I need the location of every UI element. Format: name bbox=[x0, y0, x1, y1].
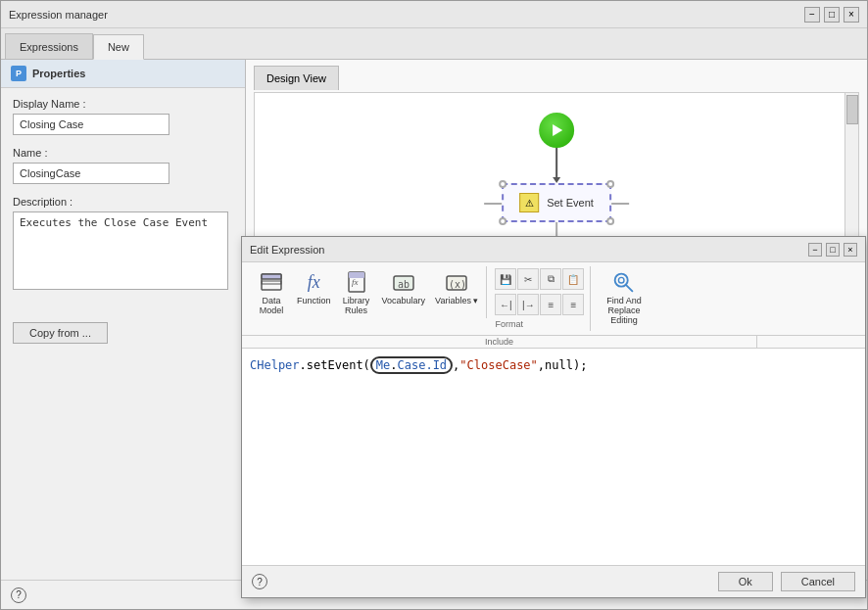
cut-btn[interactable]: ✂ bbox=[517, 268, 539, 290]
svg-text:fx: fx bbox=[352, 277, 359, 287]
code-editor[interactable]: CHelper.setEvent(Me.Case.Id,"CloseCase",… bbox=[242, 349, 865, 565]
toolbar-section-row: Include bbox=[242, 336, 865, 349]
variables-tool[interactable]: (x) Variables ▾ bbox=[431, 266, 482, 308]
indent-left-btn[interactable]: ←| bbox=[495, 294, 516, 315]
dialog-footer: ? Ok Cancel bbox=[242, 565, 865, 597]
svg-text:ab: ab bbox=[398, 279, 410, 290]
svg-rect-2 bbox=[262, 274, 281, 279]
format-toolbar-row2: ←| |→ ≡ ≡ bbox=[495, 294, 584, 315]
library-rules-label: LibraryRules bbox=[343, 297, 370, 316]
dialog-title: Edit Expression bbox=[250, 244, 324, 256]
toolbar: DataModel fx Function fx bbox=[242, 262, 865, 336]
find-replace-icon bbox=[610, 268, 638, 296]
include-group: DataModel fx Function fx bbox=[248, 266, 487, 318]
vocabulary-tool[interactable]: ab Vocabulary bbox=[378, 266, 430, 308]
paste-btn[interactable]: 📋 bbox=[562, 268, 584, 290]
data-model-tool[interactable]: DataModel bbox=[252, 266, 291, 318]
find-replace-tool[interactable]: Find AndReplaceEditing bbox=[597, 266, 651, 328]
format-label: Format bbox=[495, 319, 523, 329]
vocabulary-label: Vocabulary bbox=[382, 297, 426, 306]
format-section-label bbox=[757, 336, 865, 348]
function-label: Function bbox=[297, 297, 331, 306]
code-content: CHelper.setEvent(Me.Case.Id,"CloseCase",… bbox=[250, 356, 857, 374]
dialog-controls: − □ × bbox=[808, 243, 857, 257]
dialog-body: DataModel fx Function fx bbox=[242, 262, 865, 597]
dialog-help-icon[interactable]: ? bbox=[252, 574, 267, 589]
format-toolbar-row1: 💾 ✂ ⧉ 📋 bbox=[495, 268, 584, 290]
data-model-icon bbox=[258, 268, 285, 296]
library-rules-tool[interactable]: fx LibraryRules bbox=[337, 266, 376, 318]
code-case-id: Case.Id bbox=[398, 358, 448, 372]
dialog-maximize-button[interactable]: □ bbox=[826, 243, 840, 257]
find-replace-group: Find AndReplaceEditing bbox=[593, 266, 654, 328]
svg-point-12 bbox=[618, 277, 624, 283]
function-icon: fx bbox=[300, 268, 327, 296]
svg-text:(x): (x) bbox=[449, 279, 466, 290]
function-tool[interactable]: fx Function bbox=[293, 266, 335, 308]
data-model-label: DataModel bbox=[260, 297, 284, 316]
align-left-btn[interactable]: ≡ bbox=[540, 294, 561, 315]
format-group: 💾 ✂ ⧉ 📋 ←| |→ ≡ ≡ Format bbox=[489, 266, 591, 331]
save-btn[interactable]: 💾 bbox=[495, 268, 516, 290]
code-helper: CHelper bbox=[250, 358, 300, 372]
library-rules-icon: fx bbox=[343, 268, 370, 296]
code-string-closecase: "CloseCase" bbox=[459, 358, 537, 372]
variables-label: Variables ▾ bbox=[435, 297, 478, 306]
include-section-label: Include bbox=[242, 336, 757, 348]
dialog-overlay: Edit Expression − □ × bbox=[1, 1, 867, 609]
code-me: Me bbox=[376, 358, 390, 372]
indent-right-btn[interactable]: |→ bbox=[517, 294, 539, 315]
dialog-minimize-button[interactable]: − bbox=[808, 243, 822, 257]
find-replace-label: Find AndReplaceEditing bbox=[606, 297, 642, 326]
svg-line-13 bbox=[626, 285, 633, 292]
copy-btn[interactable]: ⧉ bbox=[540, 268, 561, 290]
edit-expression-dialog: Edit Expression − □ × bbox=[241, 236, 866, 598]
vocabulary-icon: ab bbox=[390, 268, 417, 296]
main-window: Expression manager − □ × Expressions New… bbox=[0, 0, 868, 610]
cancel-button[interactable]: Cancel bbox=[781, 572, 855, 591]
dialog-title-bar: Edit Expression − □ × bbox=[242, 237, 865, 262]
svg-rect-6 bbox=[349, 272, 364, 278]
ok-button[interactable]: Ok bbox=[718, 572, 773, 591]
dialog-close-button[interactable]: × bbox=[844, 243, 857, 257]
align-right-btn[interactable]: ≡ bbox=[562, 294, 584, 315]
variables-icon: (x) bbox=[443, 268, 470, 296]
footer-buttons: Ok Cancel bbox=[718, 572, 855, 591]
svg-rect-3 bbox=[262, 281, 281, 284]
